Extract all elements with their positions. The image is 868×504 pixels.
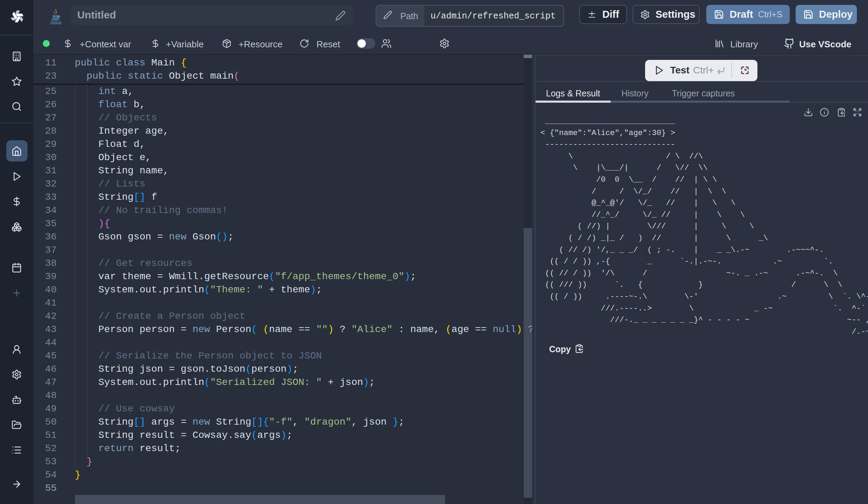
svg-text:Java: Java (50, 19, 62, 25)
